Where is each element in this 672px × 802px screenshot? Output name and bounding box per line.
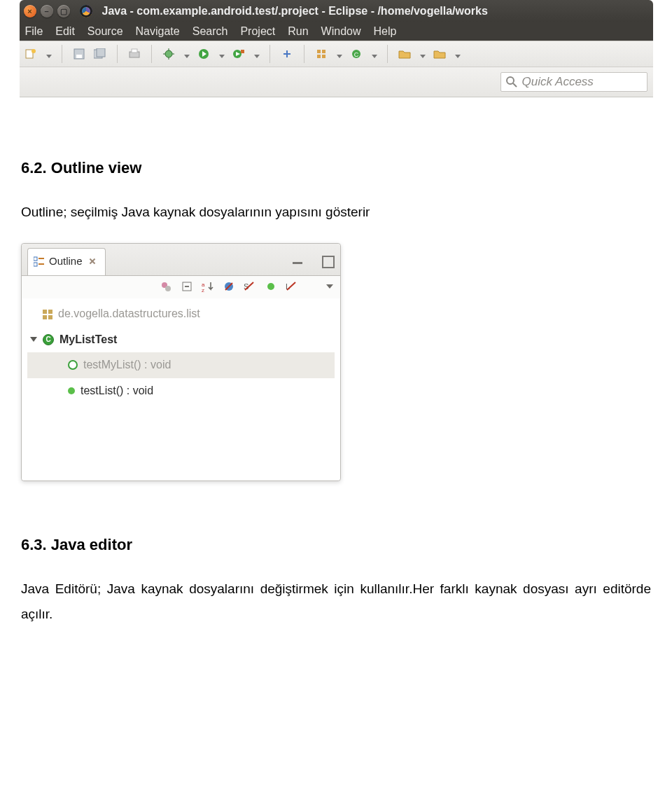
- menu-navigate[interactable]: Navigate: [136, 25, 180, 38]
- run-icon[interactable]: [197, 47, 211, 61]
- eclipse-window: × – ▢ Java - com.example.android.test/.p…: [20, 0, 653, 97]
- debug-icon[interactable]: [162, 47, 176, 61]
- outline-tab-row: Outline: [22, 244, 340, 277]
- method-name: testList() : void: [80, 380, 153, 401]
- menu-help[interactable]: Help: [373, 25, 396, 38]
- hide-nonpublic-icon[interactable]: [265, 280, 277, 293]
- svg-point-8: [165, 50, 172, 57]
- android-tool-icon[interactable]: [280, 47, 294, 61]
- search-icon: [505, 76, 518, 88]
- eclipse-app-icon: [80, 5, 92, 18]
- toolbar: C: [20, 41, 653, 67]
- class-icon: C: [43, 334, 54, 345]
- chevron-down-icon[interactable]: [45, 48, 52, 60]
- class-name: MyListTest: [59, 329, 117, 350]
- menu-file[interactable]: File: [25, 25, 43, 38]
- close-icon[interactable]: [87, 256, 98, 267]
- tab-label: Outline: [49, 251, 83, 272]
- paragraph-outline-desc: Outline; seçilmiş Java kaynak dosyaların…: [21, 200, 651, 225]
- menu-run[interactable]: Run: [288, 25, 308, 38]
- minimize-icon[interactable]: –: [41, 5, 53, 18]
- chevron-down-icon[interactable]: [335, 48, 342, 60]
- svg-rect-45: [43, 310, 47, 314]
- menu-edit[interactable]: Edit: [55, 25, 75, 38]
- svg-rect-48: [48, 315, 52, 319]
- svg-text:C: C: [354, 51, 358, 58]
- window-controls: × – ▢: [24, 5, 70, 18]
- svg-line-27: [513, 83, 517, 87]
- save-all-icon[interactable]: [93, 47, 107, 61]
- menu-search[interactable]: Search: [192, 25, 228, 38]
- tree-method-row[interactable]: testList() : void: [27, 378, 335, 403]
- print-icon[interactable]: [127, 47, 141, 61]
- outline-tree: de.vogella.datastructures.list C MyListT…: [22, 298, 340, 480]
- svg-rect-22: [317, 55, 321, 58]
- svg-rect-3: [76, 55, 82, 58]
- svg-rect-17: [241, 50, 244, 53]
- window-title: Java - com.example.android.test/.project…: [102, 5, 488, 18]
- outline-icon: [34, 256, 45, 267]
- svg-point-1: [31, 49, 36, 53]
- svg-point-33: [165, 286, 171, 291]
- menu-window[interactable]: Window: [321, 25, 361, 38]
- chevron-down-icon[interactable]: [454, 48, 461, 60]
- menubar: File Edit Source Navigate Search Project…: [20, 22, 653, 41]
- hide-fields-icon[interactable]: [223, 280, 235, 293]
- svg-rect-28: [34, 257, 37, 261]
- new-class-icon[interactable]: C: [349, 47, 363, 61]
- minimize-icon[interactable]: [293, 259, 302, 264]
- menu-source[interactable]: Source: [88, 25, 123, 38]
- chevron-down-icon[interactable]: [253, 48, 260, 60]
- svg-text:z: z: [202, 287, 204, 292]
- svg-rect-20: [317, 50, 321, 53]
- outline-toolbar: az S L: [22, 276, 340, 298]
- svg-point-42: [267, 283, 274, 290]
- tree-method-row[interactable]: testMyList() : void: [27, 352, 335, 378]
- method-public-icon: [68, 387, 75, 394]
- quick-access-placeholder: Quick Access: [522, 75, 594, 89]
- svg-rect-7: [132, 49, 137, 53]
- svg-rect-47: [43, 315, 47, 319]
- maximize-icon[interactable]: [322, 256, 335, 268]
- svg-rect-21: [322, 50, 326, 53]
- section-heading-outline-view: 6.2. Outline view: [21, 153, 651, 183]
- tree-class-row[interactable]: C MyListTest: [27, 327, 335, 352]
- hide-local-icon[interactable]: L: [286, 280, 298, 293]
- svg-rect-29: [34, 263, 37, 266]
- svg-rect-19: [286, 50, 288, 57]
- svg-rect-23: [322, 55, 326, 58]
- close-icon[interactable]: ×: [24, 5, 36, 18]
- hide-static-icon[interactable]: S: [244, 280, 256, 293]
- chevron-down-icon[interactable]: [419, 48, 426, 60]
- method-public-icon: [68, 360, 78, 370]
- chevron-down-icon[interactable]: [183, 48, 190, 60]
- maximize-icon[interactable]: ▢: [57, 5, 70, 18]
- menu-project[interactable]: Project: [240, 25, 275, 38]
- svg-rect-46: [48, 310, 52, 314]
- run-last-icon[interactable]: [232, 47, 246, 61]
- tree-package-row[interactable]: de.vogella.datastructures.list: [27, 301, 335, 326]
- chevron-down-icon[interactable]: [30, 337, 37, 342]
- svg-rect-5: [97, 48, 105, 57]
- section-heading-java-editor: 6.3. Java editor: [21, 530, 651, 560]
- paragraph-java-editor-desc: Java Editörü; Java kaynak dosyalarını de…: [21, 576, 651, 627]
- collapse-all-icon[interactable]: [181, 280, 193, 293]
- titlebar: × – ▢ Java - com.example.android.test/.p…: [20, 0, 653, 22]
- save-icon[interactable]: [72, 47, 86, 61]
- chevron-down-icon[interactable]: [370, 48, 377, 60]
- new-wizard-icon[interactable]: [24, 47, 38, 61]
- open-folder-icon[interactable]: [433, 47, 447, 61]
- document-body: 6.2. Outline view Outline; seçilmiş Java…: [1, 97, 671, 673]
- sort-az-icon[interactable]: az: [202, 280, 214, 293]
- quick-access-input[interactable]: Quick Access: [500, 72, 648, 92]
- method-name: testMyList() : void: [83, 354, 171, 375]
- focus-icon[interactable]: [160, 280, 172, 293]
- new-package-icon[interactable]: [314, 47, 328, 61]
- svg-point-26: [507, 77, 514, 84]
- quick-access-row: Quick Access: [20, 67, 653, 97]
- view-menu-icon[interactable]: [326, 284, 333, 289]
- open-folder-icon[interactable]: [398, 47, 412, 61]
- package-icon: [43, 310, 52, 319]
- tab-outline[interactable]: Outline: [27, 248, 106, 276]
- chevron-down-icon[interactable]: [218, 48, 225, 60]
